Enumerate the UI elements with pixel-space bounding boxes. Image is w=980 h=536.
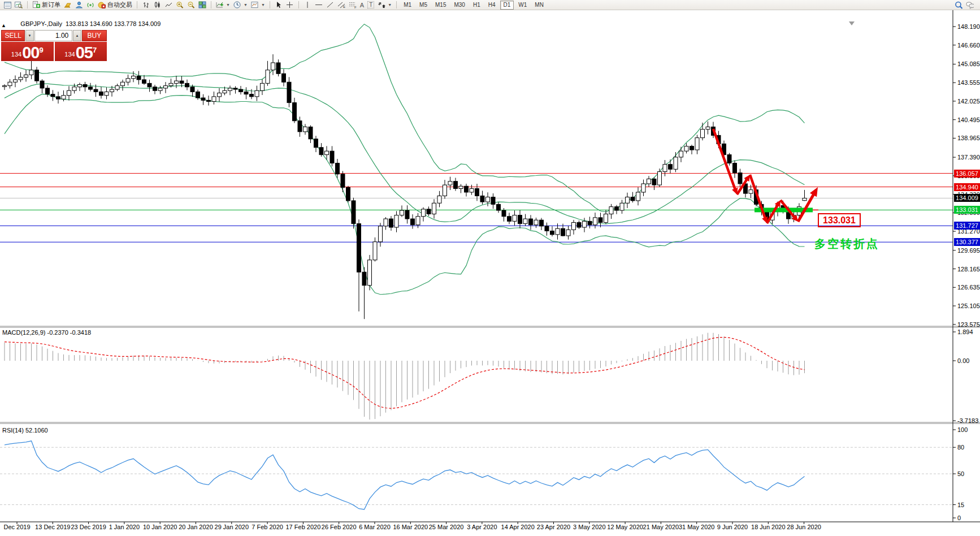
vertical-line-tool-button[interactable] [302,1,313,10]
arrows-icon [378,1,385,8]
sell-price-prefix: 134 [11,49,21,60]
autotrading-button[interactable]: 自动交易 [96,1,134,10]
svg-text:80: 80 [957,444,964,451]
svg-text:125.105: 125.105 [957,302,980,309]
chart-shift-marker[interactable] [849,21,855,25]
sell-price-pip: 9 [39,42,43,59]
svg-text:15: 15 [957,502,964,508]
new-order-icon [32,1,40,8]
chart-window[interactable]: 148.190146.660145.085143.555142.025140.4… [0,10,980,536]
timeframe-button-h1[interactable]: H1 [470,1,484,10]
timeframe-button-m5[interactable]: M5 [416,1,431,10]
svg-text:6 Mar 2020: 6 Mar 2020 [359,524,391,530]
fibonacci-icon: F [349,1,357,8]
timeframe-button-mn[interactable]: MN [531,1,547,10]
cursor-tool-button[interactable] [273,1,284,10]
indicators-icon [216,1,224,8]
svg-text:1 Jan 2020: 1 Jan 2020 [109,524,140,530]
sell-price-panel[interactable]: 134 00 9 [1,42,54,61]
price-line-badge: 136.057 [954,170,980,178]
volume-decrease-button[interactable]: ▼ [25,30,33,41]
svg-text:7 Feb 2020: 7 Feb 2020 [251,524,283,530]
trendline-icon [326,1,334,8]
channel-tool-button[interactable]: E [336,1,347,10]
label-tool-button[interactable]: T [366,1,376,10]
zoom-in-icon [176,1,184,8]
volume-increase-button[interactable]: ▲ [73,30,81,41]
svg-text:25 Mar 2020: 25 Mar 2020 [429,524,464,530]
zoom-out-button[interactable] [185,1,197,10]
pivot-annotation-text[interactable]: 多空转折点 [814,236,879,252]
svg-text:31 May 2020: 31 May 2020 [679,524,715,530]
search-button[interactable] [953,1,964,10]
price-line-badge: 134.940 [954,183,980,191]
timeframe-button-m15[interactable]: M15 [432,1,449,10]
horizontal-line-icon [315,1,323,8]
signals-button[interactable] [85,1,96,10]
price-callout-box[interactable]: 133.031 [818,213,861,227]
buy-price-prefix: 134 [64,49,75,60]
templates-button[interactable]: ▼ [249,1,267,10]
volume-input[interactable]: 1.00 [34,30,73,41]
svg-text:18 Jun 2020: 18 Jun 2020 [751,524,786,530]
chart-canvas[interactable]: 148.190146.660145.085143.555142.025140.4… [0,10,980,536]
profiles-button[interactable] [13,1,24,10]
rsi-label: RSI(14) 52.1060 [2,427,48,434]
svg-text:E: E [343,5,345,8]
line-chart-button[interactable] [163,1,174,10]
svg-text:23 Dec 2019: 23 Dec 2019 [71,524,106,530]
horizontal-line-tool-button[interactable] [313,1,324,10]
svg-text:129.695: 129.695 [957,247,980,254]
periods-icon [233,1,241,8]
buy-button[interactable]: BUY [82,30,107,41]
svg-text:F: F [354,6,357,9]
profiles-icon [15,1,23,8]
text-tool-button[interactable]: A [358,1,366,10]
svg-text:148.190: 148.190 [957,23,980,30]
buy-price-panel[interactable]: 134 05 7 [55,42,107,61]
timeframe-button-w1[interactable]: W1 [515,1,530,10]
search-icon [955,1,962,8]
deposit-button[interactable] [62,1,73,10]
sell-button[interactable]: SELL [1,30,25,41]
timeframe-button-m30[interactable]: M30 [450,1,468,10]
toolbar-separator [211,1,211,8]
chevron-down-icon: ▼ [244,3,248,7]
indicators-button[interactable]: ▼ [214,1,232,10]
zoom-in-button[interactable] [174,1,185,10]
one-click-collapse-icon[interactable]: ▲ [1,23,6,28]
line-chart-icon [164,1,172,8]
bar-chart-button[interactable] [140,1,151,10]
price-line-badge: 133.031 [954,206,980,214]
svg-text:0.00: 0.00 [957,357,969,364]
toolbar-separator [298,1,299,8]
price-line-badge: 130.377 [954,238,980,246]
chevron-down-icon: ▼ [388,3,392,7]
svg-text:17 Feb 2020: 17 Feb 2020 [286,524,321,530]
svg-text:-3.7183: -3.7183 [957,417,978,424]
timeframe-button-m1[interactable]: M1 [400,1,415,10]
price-line-badge: 131.727 [954,222,980,230]
toolbar-separator [270,1,270,8]
community-button[interactable] [73,1,85,10]
svg-text:138.965: 138.965 [957,135,980,141]
chat-button[interactable] [964,1,975,10]
price-line-badge: 134.009 [954,194,980,202]
crosshair-tool-button[interactable] [284,1,296,10]
toolbar-separator [137,1,137,8]
chevron-down-icon: ▼ [261,3,265,7]
sell-price-big: 00 [22,45,39,60]
arrows-tool-button[interactable]: ▼ [376,1,393,10]
new-chart-button[interactable] [2,1,13,10]
new-order-button[interactable]: 新订单 [31,1,62,10]
candlestick-chart-button[interactable] [151,1,163,10]
timeframe-button-d1[interactable]: D1 [500,1,514,10]
tile-windows-button[interactable] [197,1,208,10]
svg-text:142.025: 142.025 [957,98,980,105]
svg-text:3 May 2020: 3 May 2020 [573,524,605,530]
svg-text:12 May 2020: 12 May 2020 [607,524,643,530]
trendline-tool-button[interactable] [324,1,336,10]
fibonacci-tool-button[interactable]: F [347,1,358,10]
periods-button[interactable]: ▼ [232,1,249,10]
timeframe-button-h4[interactable]: H4 [485,1,499,10]
